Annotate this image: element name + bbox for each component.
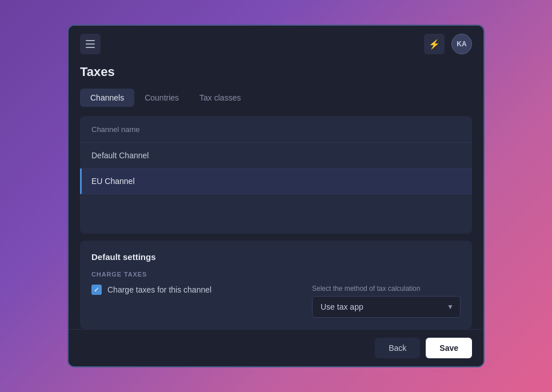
app-window: ⚡ KA Taxes Channels Countries Tax classe… [67, 25, 485, 367]
charge-taxes-checkbox-label[interactable]: ✓ Charge taxes for this channel [91, 285, 211, 295]
lightning-button[interactable]: ⚡ [424, 34, 445, 54]
header-right: ⚡ KA [424, 34, 472, 54]
charge-taxes-label: CHARGE TAXES [91, 271, 461, 278]
tab-tax-classes[interactable]: Tax classes [189, 89, 251, 107]
settings-title: Default settings [91, 252, 461, 262]
main-content: Taxes Channels Countries Tax classes Cha… [69, 62, 483, 329]
tab-countries[interactable]: Countries [134, 89, 189, 107]
back-button[interactable]: Back [375, 338, 420, 358]
tax-method-select[interactable]: Use tax app Flat rates [312, 296, 461, 318]
header: ⚡ KA [69, 26, 483, 62]
page-title: Taxes [80, 65, 472, 79]
tabs: Channels Countries Tax classes [80, 89, 472, 107]
menu-button[interactable] [80, 34, 101, 54]
charge-taxes-text: Charge taxes for this channel [107, 285, 211, 294]
charge-taxes-row: ✓ Charge taxes for this channel Select t… [91, 285, 461, 318]
avatar: KA [451, 34, 472, 54]
tax-method-label: Select the method of tax calculation [312, 285, 461, 293]
channel-item-default[interactable]: Default Channel [80, 143, 472, 169]
channel-list-header: Channel name [80, 116, 472, 143]
settings-section: Default settings CHARGE TAXES ✓ Charge t… [80, 241, 472, 329]
menu-line-1 [86, 40, 95, 41]
tax-method-select-wrapper: Use tax app Flat rates ▼ [312, 296, 461, 318]
content-area: Channel name Default Channel EU Channel … [80, 116, 472, 329]
channel-list-container: Channel name Default Channel EU Channel [80, 116, 472, 234]
tax-method-group: Select the method of tax calculation Use… [312, 285, 461, 318]
lightning-icon: ⚡ [429, 39, 440, 50]
menu-line-2 [86, 43, 95, 45]
channel-item-eu[interactable]: EU Channel [80, 169, 472, 194]
tab-channels[interactable]: Channels [80, 89, 134, 107]
footer: Back Save [69, 329, 483, 366]
channel-list-header-text: Channel name [91, 125, 140, 134]
menu-line-3 [86, 47, 95, 48]
charge-taxes-checkbox[interactable]: ✓ [91, 285, 102, 295]
checkmark-icon: ✓ [94, 286, 99, 293]
save-button[interactable]: Save [426, 338, 472, 358]
